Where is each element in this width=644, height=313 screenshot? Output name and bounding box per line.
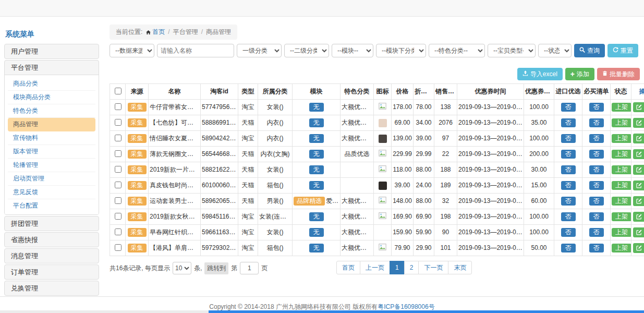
edit-button[interactable] [633,196,644,206]
row-checkbox[interactable] [115,150,121,157]
page-size-select[interactable]: 10 [173,262,191,274]
jump-page-input[interactable] [240,262,259,274]
status-button[interactable]: 上架 [612,197,631,206]
sidebar-subitem-8[interactable]: 意见反馈 [8,186,95,199]
sidebar-subitem-3[interactable]: 商品管理 [8,118,95,131]
sidebar-item-6[interactable]: 兑换管理 [5,281,99,295]
status-button[interactable]: 上架 [612,165,631,174]
cell-module: 无 [293,162,341,178]
bottom-scrollbar[interactable] [209,310,644,313]
filter-select-data-source[interactable]: --数据来源-- [110,44,154,57]
sidebar-subitem-4[interactable]: 宣传物料 [8,131,95,145]
sidebar-subitem-9[interactable]: 平台配置 [8,199,95,212]
sidebar-subitem-7[interactable]: 启动页管理 [8,172,95,186]
page-button-0[interactable]: 首页 [336,261,360,274]
import-select-toggle[interactable]: 否 [561,165,576,174]
status-button[interactable]: 上架 [612,181,631,190]
must-buy-toggle[interactable]: 否 [589,197,604,206]
page-button-4[interactable]: 下一页 [418,261,448,274]
filter-select-feature[interactable]: --特色分类-- [429,44,485,57]
status-button[interactable]: 上架 [612,134,631,143]
sidebar-item-1[interactable]: 平台管理 [5,61,99,75]
must-buy-toggle[interactable]: 否 [589,103,604,112]
row-checkbox[interactable] [115,182,121,188]
row-checkbox[interactable] [115,228,121,235]
sidebar-subitem-6[interactable]: 轮播管理 [8,159,95,172]
row-checkbox[interactable] [115,166,121,173]
sidebar-subitem-2[interactable]: 特色分类 [8,104,95,118]
edit-button[interactable] [633,149,644,159]
cell-sales: 22 [434,147,457,162]
sidebar-item-3[interactable]: 省惠快报 [5,233,99,247]
must-buy-toggle[interactable]: 否 [589,165,604,174]
icp-link[interactable]: 粤ICP备16098006号 [378,303,434,310]
must-buy-toggle[interactable]: 否 [589,212,604,221]
row-checkbox[interactable] [115,197,121,204]
breadcrumb-home-link[interactable]: 首页 [152,28,165,35]
cell-icon [374,100,392,115]
import-select-toggle[interactable]: 否 [561,212,576,221]
status-button[interactable]: 上架 [612,103,631,112]
source-badge: 采集 [128,181,147,190]
jump-button[interactable]: 跳转到 [204,262,228,274]
import-select-toggle[interactable]: 否 [561,197,576,206]
must-buy-toggle[interactable]: 否 [589,134,604,143]
must-buy-toggle[interactable]: 否 [589,181,604,190]
import-select-toggle[interactable]: 否 [561,228,576,237]
edit-button[interactable] [633,165,644,175]
name-search-input[interactable] [157,44,234,57]
status-button[interactable]: 上架 [612,150,631,159]
sidebar-subitem-1[interactable]: 模块商品分类 [8,91,95,104]
sidebar-subitem-0[interactable]: 商品分类 [8,77,95,91]
row-checkbox[interactable] [115,119,121,126]
status-button[interactable]: 上架 [612,212,631,221]
import-select-toggle[interactable]: 否 [561,150,576,159]
page-button-5[interactable]: 末页 [448,261,472,274]
edit-button[interactable] [633,180,644,190]
edit-button[interactable] [633,118,644,128]
filter-select-module-sub[interactable]: --模块下分类-- [376,44,426,57]
status-button[interactable]: 上架 [612,228,631,237]
status-button[interactable]: 上架 [612,244,631,252]
page-button-1[interactable]: 上一页 [360,261,390,274]
import-select-toggle[interactable]: 否 [561,103,576,112]
must-buy-toggle[interactable]: 否 [589,244,604,252]
filter-select-category2[interactable]: --二级分类-- [284,44,329,57]
sidebar-item-4[interactable]: 消息管理 [5,249,99,263]
row-checkbox[interactable] [115,135,121,141]
edit-button[interactable] [633,243,644,253]
batch-delete-button[interactable]: 批量删除 [597,68,640,80]
import-excel-button[interactable]: 导入excel [517,68,563,80]
row-checkbox[interactable] [115,244,121,251]
sidebar-item-5[interactable]: 订单管理 [5,265,99,279]
edit-button[interactable] [633,102,644,112]
sidebar-item-2[interactable]: 拼团管理 [5,216,99,231]
add-button[interactable]: + 添加 [565,68,594,80]
status-button[interactable]: 上架 [612,118,631,127]
filter-select-item-type[interactable]: --宝贝类型-- [488,44,536,57]
page-button-2[interactable]: 1 [390,261,405,274]
row-checkbox[interactable] [115,103,121,110]
filter-select-category1[interactable]: 一级分类 [237,44,282,57]
must-buy-toggle[interactable]: 否 [589,150,604,159]
cell-discount-price: 29.99 [414,147,434,162]
must-buy-toggle[interactable]: 否 [589,228,604,237]
reset-button[interactable]: 重置 [607,44,638,57]
import-select-toggle[interactable]: 否 [561,118,576,127]
import-select-toggle[interactable]: 否 [561,244,576,252]
select-all-checkbox[interactable] [115,88,121,94]
import-select-toggle[interactable]: 否 [561,134,576,143]
cell-checkbox [110,209,126,225]
edit-button[interactable] [633,227,644,237]
sidebar-item-0[interactable]: 用户管理 [5,44,99,58]
filter-select-status[interactable]: --状态-- [538,44,572,57]
search-button[interactable]: 查询 [574,44,605,57]
import-select-toggle[interactable]: 否 [561,181,576,190]
edit-button[interactable] [633,212,644,222]
edit-button[interactable] [633,134,644,143]
page-button-3[interactable]: 2 [404,261,419,274]
sidebar-subitem-5[interactable]: 版本管理 [8,145,95,159]
row-checkbox[interactable] [115,213,121,220]
filter-select-module[interactable]: --模块-- [332,44,373,57]
must-buy-toggle[interactable]: 否 [589,118,604,127]
